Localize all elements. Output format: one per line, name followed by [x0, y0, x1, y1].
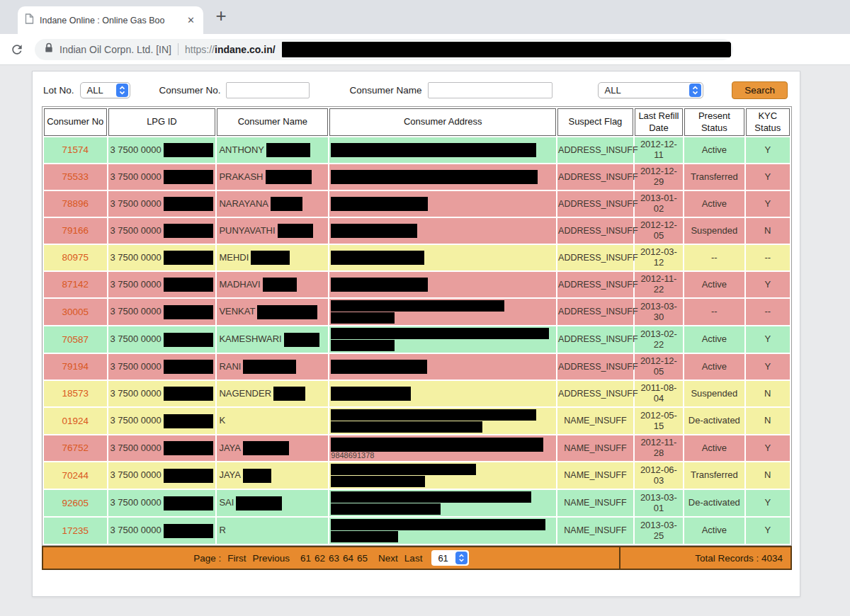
consumer-address-cell: [329, 191, 556, 217]
status-select[interactable]: ALL: [598, 82, 704, 98]
consumer-name-cell: PRAKASH: [217, 164, 328, 190]
page-last-link[interactable]: Last: [404, 553, 423, 564]
lot-no-select[interactable]: ALL: [80, 82, 131, 98]
refill-date-cell: 2013-01-02: [635, 191, 683, 217]
consumer-no-input[interactable]: [226, 82, 310, 98]
lpg-id-cell: 3 7500 0000: [108, 462, 216, 489]
refill-date-cell: 2012-05-15: [635, 408, 683, 434]
page-number-link[interactable]: 61: [300, 553, 311, 564]
suspect-flag-cell: NAME_INSUFF: [557, 518, 633, 544]
consumer-name-value: SAI: [219, 496, 326, 511]
address-redaction-bar: [331, 224, 417, 238]
name-text: JAYA: [219, 470, 241, 481]
refill-date-cell: 2011-08-04: [635, 381, 683, 406]
table-row: 767523 7500 0000JAYA9848691378NAME_INSUF…: [44, 435, 790, 461]
page-number-link[interactable]: 62: [314, 553, 325, 564]
address-redaction-bar: [331, 328, 549, 339]
lpg-prefix-text: 3 7500 0000: [110, 199, 162, 210]
lpg-redaction-bar: [164, 414, 214, 428]
present-status-cell: Active: [684, 191, 744, 217]
lpg-redaction-bar: [164, 441, 214, 455]
header-present-status: Present Status: [684, 108, 744, 136]
lpg-id-value: 3 7500 0000: [110, 414, 214, 428]
search-button[interactable]: Search: [732, 81, 788, 99]
table-row: 185733 7500 0000NAGENDERADDRESS_INSUFF20…: [44, 381, 790, 406]
address-redaction-bar: [331, 170, 538, 184]
tab-close-icon[interactable]: ✕: [186, 15, 196, 25]
address-redaction-bar: [331, 476, 425, 487]
kyc-status-cell: Y: [746, 272, 790, 297]
status-selected-value: ALL: [605, 85, 621, 96]
consumer-address-cell: [329, 462, 556, 489]
name-redaction-bar: [273, 387, 305, 401]
suspect-flag-cell: NAME_INSUFF: [557, 490, 633, 516]
name-redaction-bar: [243, 360, 296, 374]
consumer-name-value: NARAYANA: [219, 197, 326, 211]
new-tab-button[interactable]: +: [210, 4, 232, 27]
consumer-name-value: JAYA: [219, 441, 326, 455]
present-status-cell: Transferred: [684, 462, 744, 489]
page-number-link[interactable]: 65: [357, 553, 368, 564]
name-text: R: [219, 525, 225, 536]
consumer-table-body: 715743 7500 0000ANTHONYADDRESS_INSUFF201…: [44, 137, 790, 544]
lpg-redaction-bar: [164, 524, 214, 538]
page-previous-link[interactable]: Previous: [252, 553, 290, 564]
name-text: NAGENDER: [219, 389, 271, 399]
address-redaction-bar: [331, 300, 504, 312]
table-row: 715743 7500 0000ANTHONYADDRESS_INSUFF201…: [44, 137, 790, 163]
consumer-name-input[interactable]: [428, 82, 552, 98]
name-redaction-bar: [271, 197, 302, 211]
page-first-link[interactable]: First: [227, 553, 246, 564]
address-redaction-bar: [331, 143, 536, 157]
page-number-link[interactable]: 64: [343, 553, 353, 564]
consumer-address-cell: [329, 164, 556, 190]
present-status-cell: De-activated: [684, 490, 744, 516]
lpg-id-cell: 3 7500 0000: [108, 518, 216, 544]
lot-no-selected-value: ALL: [87, 85, 103, 96]
filter-bar: Lot No. ALL Consumer No. Consumer Name A…: [43, 81, 788, 99]
header-consumer-no: Consumer No: [44, 108, 107, 136]
lpg-id-cell: 3 7500 0000: [108, 381, 216, 406]
consumer-name-value: NAGENDER: [219, 387, 326, 401]
lpg-redaction-bar: [164, 278, 214, 292]
consumer-name-cell: JAYA: [217, 435, 328, 461]
page-next-link[interactable]: Next: [378, 553, 398, 564]
address-bar[interactable]: Indian Oil Corpn. Ltd. [IN] https://inda…: [35, 39, 733, 60]
browser-tab[interactable]: Indane Online : Online Gas Boo ✕: [18, 6, 203, 34]
suspect-flag-cell: ADDRESS_INSUFF: [557, 137, 633, 163]
consumer-address-cell: [329, 354, 556, 380]
page-select[interactable]: 61: [431, 550, 468, 566]
total-records: Total Records : 4034: [619, 547, 790, 569]
name-text: MADHAVI: [219, 280, 260, 290]
page-number-link[interactable]: 63: [329, 553, 339, 564]
consumer-name-cell: MEHDI: [217, 245, 328, 270]
address-redaction-bar: [331, 387, 411, 401]
consumer-address-cell: [329, 408, 556, 434]
table-row: 705873 7500 0000KAMESHWARIADDRESS_INSUFF…: [44, 326, 790, 353]
consumer-address-cell: [329, 381, 556, 406]
suspect-flag-cell: ADDRESS_INSUFF: [557, 272, 633, 297]
lpg-redaction-bar: [164, 170, 214, 184]
address-redaction-bar: [331, 464, 476, 475]
reload-icon[interactable]: [8, 41, 26, 58]
select-stepper-icon: [689, 84, 701, 97]
address-redaction-bar: [331, 340, 395, 351]
lpg-prefix-text: 3 7500 0000: [110, 525, 162, 536]
address-redaction-bar: [331, 360, 427, 374]
consumer-no-cell: 76752: [44, 435, 107, 461]
name-text: K: [219, 416, 225, 426]
lpg-redaction-bar: [164, 251, 214, 265]
consumer-name-value: PRAKASH: [219, 170, 326, 184]
lpg-prefix-text: 3 7500 0000: [110, 416, 162, 426]
name-text: NARAYANA: [219, 199, 268, 210]
lpg-id-cell: 3 7500 0000: [108, 137, 216, 163]
consumer-name-cell: KAMESHWARI: [217, 326, 328, 353]
lpg-prefix-text: 3 7500 0000: [110, 443, 162, 454]
table-row: 172353 7500 0000RNAME_INSUFF2013-03-25Ac…: [44, 518, 790, 544]
name-redaction-bar: [284, 333, 319, 347]
lpg-id-cell: 3 7500 0000: [108, 272, 216, 297]
lpg-prefix-text: 3 7500 0000: [110, 172, 162, 183]
table-row: 019243 7500 0000KNAME_INSUFF2012-05-15De…: [44, 408, 790, 434]
suspect-flag-cell: ADDRESS_INSUFF: [557, 245, 633, 270]
lpg-prefix-text: 3 7500 0000: [110, 253, 162, 263]
